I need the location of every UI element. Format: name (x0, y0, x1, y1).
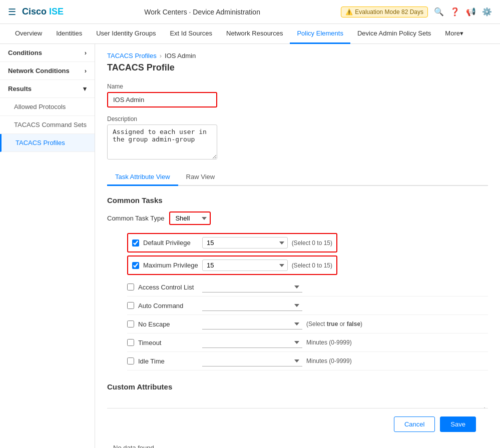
tab-identities[interactable]: Identities (49, 24, 89, 44)
footer-actions: Cancel Save (107, 408, 488, 440)
breadcrumb-parent[interactable]: TACACS Profiles (107, 52, 157, 60)
auto-command-row: Auto Command (127, 296, 488, 315)
chevron-down-icon: ▾ (460, 30, 463, 37)
hamburger-icon[interactable]: ☰ (8, 6, 16, 18)
privilege-section: Default Privilege 15 012345 67891011 121… (127, 233, 337, 275)
no-escape-checkbox[interactable] (127, 320, 134, 328)
task-type-label: Common Task Type (107, 214, 164, 222)
default-privilege-select[interactable]: 15 012345 67891011 121314 (202, 237, 288, 248)
sidebar: Conditions › Network Conditions › Result… (0, 44, 95, 448)
name-group: Name (107, 83, 488, 108)
tab-ext-id-sources[interactable]: Ext Id Sources (163, 24, 219, 44)
default-privilege-row: Default Privilege 15 012345 67891011 121… (127, 233, 337, 252)
idle-time-select[interactable] (202, 356, 302, 366)
main-content: TACACS Profiles › IOS Admin TACACS Profi… (95, 44, 500, 448)
sidebar-item-network-conditions[interactable]: Network Conditions › (0, 62, 95, 80)
breadcrumb: TACACS Profiles › IOS Admin (107, 52, 488, 60)
tab-policy-elements[interactable]: Policy Elements (290, 24, 350, 44)
tab-more[interactable]: More ▾ (438, 24, 470, 44)
sidebar-item-conditions[interactable]: Conditions › (0, 44, 95, 62)
idle-time-label: Idle Time (138, 358, 198, 365)
auto-command-checkbox[interactable] (127, 302, 134, 309)
sidebar-item-results[interactable]: Results ▾ (0, 80, 95, 98)
default-privilege-hint: (Select 0 to 15) (292, 240, 332, 246)
no-escape-label: No Escape (138, 320, 198, 328)
name-label: Name (107, 83, 488, 90)
maximum-privilege-label: Maximum Privilege (143, 262, 198, 269)
description-group: Description Assigned to each user in the… (107, 116, 488, 161)
cancel-button[interactable]: Cancel (394, 416, 435, 432)
save-button[interactable]: Save (440, 416, 476, 432)
sidebar-item-tacacs-command-sets[interactable]: TACACS Command Sets (0, 116, 95, 134)
tab-user-identity-groups[interactable]: User Identity Groups (89, 24, 163, 44)
chevron-down-icon: ▾ (83, 85, 87, 92)
default-privilege-checkbox[interactable] (132, 240, 139, 246)
common-tasks-heading: Common Tasks (107, 196, 488, 204)
sidebar-item-allowed-protocols[interactable]: Allowed Protocols (0, 98, 95, 116)
tab-overview[interactable]: Overview (8, 24, 49, 44)
maximum-privilege-select[interactable]: 15 012345 67891011 121314 (202, 260, 288, 271)
access-control-list-select[interactable] (202, 282, 302, 292)
no-escape-hint: (Select true or false) (306, 320, 362, 328)
timeout-hint: Minutes (0-9999) (306, 339, 352, 346)
chevron-right-icon: › (85, 49, 87, 56)
maximum-privilege-row: Maximum Privilege 15 012345 67891011 121… (127, 256, 337, 275)
breadcrumb-current: IOS Admin (165, 52, 196, 60)
idle-time-row: Idle Time Minutes (0-9999) (127, 352, 488, 370)
description-label: Description (107, 116, 488, 122)
nav-tabs: Overview Identities User Identity Groups… (0, 24, 500, 44)
settings-icon[interactable]: ⚙️ (482, 7, 492, 16)
default-privilege-label: Default Privilege (143, 239, 198, 246)
tab-raw-view[interactable]: Raw View (178, 169, 223, 186)
task-type-select[interactable]: Shell Custom (169, 212, 211, 225)
warning-icon: ⚠️ (345, 8, 353, 16)
timeout-select[interactable] (202, 337, 302, 348)
breadcrumb-separator: › (160, 52, 162, 60)
description-input[interactable]: Assigned to each user in the group admin… (107, 124, 217, 160)
view-tabs: Task Attribute View Raw View (107, 169, 488, 186)
tab-network-resources[interactable]: Network Resources (219, 24, 290, 44)
eval-badge: ⚠️ Evaluation Mode 82 Days (341, 6, 428, 18)
no-escape-row: No Escape true false (Select true or fal… (127, 315, 488, 334)
no-escape-select[interactable]: true false (202, 318, 302, 330)
access-control-list-row: Access Control List (127, 278, 488, 296)
sidebar-item-tacacs-profiles[interactable]: TACACS Profiles (0, 134, 95, 152)
help-icon[interactable]: ❓ (450, 7, 460, 16)
maximum-privilege-hint: (Select 0 to 15) (292, 262, 332, 269)
logo-cisco: Cisco ISE (22, 6, 64, 16)
access-control-list-checkbox[interactable] (127, 284, 134, 290)
timeout-row: Timeout Minutes (0-9999) (127, 334, 488, 352)
notifications-icon[interactable]: 📢 (466, 7, 476, 16)
topbar-title: Work Centers · Device Administration (70, 8, 335, 16)
auto-command-label: Auto Command (138, 302, 198, 310)
tab-task-attribute-view[interactable]: Task Attribute View (107, 169, 178, 186)
options-section: Access Control List Auto Command No Esca… (127, 278, 488, 370)
custom-attributes-heading: Custom Attributes (107, 382, 488, 391)
auto-command-select[interactable] (202, 300, 302, 311)
idle-time-checkbox[interactable] (127, 358, 134, 364)
tab-device-admin-policy-sets[interactable]: Device Admin Policy Sets (350, 24, 438, 44)
timeout-checkbox[interactable] (127, 339, 134, 346)
name-input[interactable] (107, 92, 217, 108)
search-icon[interactable]: 🔍 (434, 7, 444, 16)
logo: Cisco ISE (22, 6, 64, 17)
maximum-privilege-checkbox[interactable] (132, 262, 139, 269)
timeout-label: Timeout (138, 339, 198, 346)
chevron-right-icon: › (85, 67, 87, 74)
page-title: TACACS Profile (107, 62, 488, 73)
access-control-list-label: Access Control List (138, 284, 198, 291)
task-type-row: Common Task Type Shell Custom (107, 212, 488, 225)
idle-time-hint: Minutes (0-9999) (306, 358, 352, 364)
